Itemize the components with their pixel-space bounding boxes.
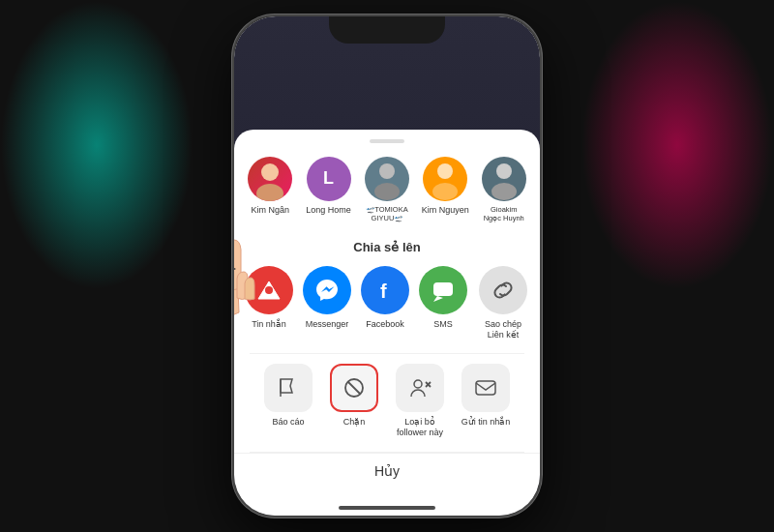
action-item-loai-bo[interactable]: Loại bỏ follower này (391, 364, 449, 438)
avatar-kim-ngan (248, 157, 292, 201)
share-label-messenger: Messenger (306, 319, 349, 330)
svg-point-3 (374, 183, 400, 200)
contact-tomioka[interactable]: 🛫TOMIOKAGIYUU🛫 (363, 157, 411, 222)
avatar-gioakim (482, 157, 526, 201)
share-item-messenger[interactable]: Messenger (303, 266, 351, 340)
action-icon-gui-tin (461, 364, 510, 412)
action-label-chan: Chặn (343, 417, 366, 428)
action-icon-loai-bo (396, 364, 444, 412)
share-item-facebook[interactable]: f Facebook (361, 266, 409, 340)
contact-name-kim-nguyen: Kim Nguyen (422, 205, 469, 216)
svg-point-16 (414, 380, 422, 388)
contact-name-kim-ngan: Kim Ngân (251, 205, 289, 216)
contacts-row: Kim Ngân L Long Home 🛫TOMIOKAGIYUU🛫 (234, 157, 540, 236)
svg-point-2 (379, 163, 395, 179)
svg-point-0 (261, 163, 279, 181)
action-item-bao-cao[interactable]: Báo cáo (259, 364, 317, 438)
avatar-kim-nguyen (423, 157, 467, 201)
svg-point-7 (491, 183, 517, 200)
phone-frame: Kim Ngân L Long Home 🛫TOMIOKAGIYUU🛫 (232, 15, 542, 517)
bg-teal-glow (0, 0, 194, 290)
share-item-copy-link[interactable]: Sao chép Liên kết (477, 266, 529, 340)
svg-text:f: f (380, 281, 387, 302)
share-item-sms[interactable]: SMS (419, 266, 467, 340)
svg-marker-12 (433, 296, 443, 302)
share-icon-copy-link (479, 266, 527, 314)
drag-handle (370, 139, 404, 143)
action-item-gui-tin[interactable]: Gửi tin nhắn (457, 364, 515, 438)
contact-name-tomioka: 🛫TOMIOKAGIYUU🛫 (366, 205, 407, 222)
hand-cursor (232, 235, 292, 351)
contact-name-long-home: Long Home (306, 205, 351, 216)
avatar-tomioka (365, 157, 409, 201)
bg-pink-glow (580, 0, 774, 290)
avatar-long-home: L (307, 157, 351, 201)
action-label-gui-tin: Gửi tin nhắn (461, 417, 511, 428)
action-icon-chan (330, 364, 378, 412)
action-label-bao-cao: Báo cáo (272, 417, 304, 428)
home-indicator (339, 506, 435, 510)
contact-kim-nguyen[interactable]: Kim Nguyen (421, 157, 469, 222)
action-icon-bao-cao (264, 364, 313, 412)
contact-kim-ngan[interactable]: Kim Ngân (246, 157, 294, 222)
contact-gioakim[interactable]: GioakimNgọc Huynh (480, 157, 528, 222)
svg-line-15 (348, 382, 361, 395)
phone-notch (329, 16, 445, 44)
action-item-chan[interactable]: Chặn (325, 364, 383, 438)
svg-rect-11 (433, 282, 453, 296)
share-icon-messenger (303, 266, 351, 314)
action-label-loai-bo: Loại bỏ follower này (391, 417, 449, 438)
cancel-button[interactable]: Hủy (234, 453, 540, 487)
svg-point-6 (496, 163, 512, 179)
contact-long-home[interactable]: L Long Home (305, 157, 353, 222)
share-label-sms: SMS (433, 319, 453, 330)
svg-rect-19 (476, 381, 495, 395)
svg-point-5 (432, 183, 458, 200)
svg-point-1 (256, 184, 283, 201)
share-icon-sms (419, 266, 467, 314)
svg-point-4 (437, 163, 453, 179)
divider-1 (250, 353, 524, 354)
share-label-facebook: Facebook (366, 319, 404, 330)
action-row: Báo cáo Chặn (234, 364, 540, 452)
contact-name-gioakim: GioakimNgọc Huynh (484, 205, 524, 222)
share-label-copy-link: Sao chép Liên kết (477, 319, 529, 340)
share-icon-facebook: f (361, 266, 409, 314)
